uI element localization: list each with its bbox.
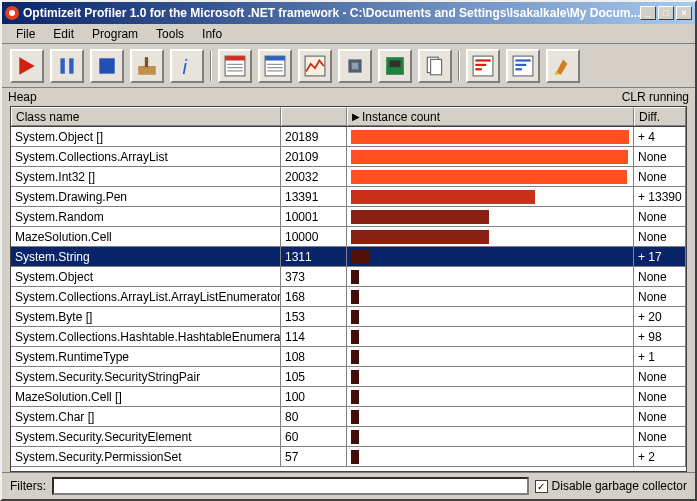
cell-class: System.Object <box>11 267 281 286</box>
bar-fill <box>351 330 359 344</box>
table-row[interactable]: System.Random10001None <box>11 207 686 227</box>
cell-bar <box>347 167 634 186</box>
filters-input[interactable] <box>52 477 529 495</box>
cell-class: System.Char [] <box>11 407 281 426</box>
table-row[interactable]: System.Security.SecurityElement60None <box>11 427 686 447</box>
cell-class: System.Drawing.Pen <box>11 187 281 206</box>
svg-text:i: i <box>183 55 188 76</box>
table-row[interactable]: System.Security.PermissionSet57+ 2 <box>11 447 686 467</box>
bar-fill <box>351 390 359 404</box>
table-row[interactable]: System.Byte []153+ 20 <box>11 307 686 327</box>
chart-button[interactable] <box>298 49 332 83</box>
cell-diff: None <box>634 387 686 406</box>
svg-rect-30 <box>515 63 526 65</box>
cell-bar <box>347 127 634 146</box>
cell-diff: None <box>634 427 686 446</box>
col-instance-count-num[interactable] <box>281 107 347 126</box>
cell-diff: + 4 <box>634 127 686 146</box>
cell-count: 13391 <box>281 187 347 206</box>
cell-count: 10000 <box>281 227 347 246</box>
svg-rect-23 <box>431 59 442 74</box>
bar-fill <box>351 370 359 384</box>
cell-bar <box>347 327 634 346</box>
cell-class: System.Collections.ArrayList.ArrayListEn… <box>11 287 281 306</box>
table-row[interactable]: System.RuntimeType108+ 1 <box>11 347 686 367</box>
table-row[interactable]: System.String1311+ 17 <box>11 247 686 267</box>
minimize-button[interactable]: _ <box>640 6 656 20</box>
stop-button[interactable] <box>90 49 124 83</box>
bars1-button[interactable] <box>466 49 500 83</box>
table-row[interactable]: System.Security.SecurityStringPair105Non… <box>11 367 686 387</box>
cell-class: System.Security.PermissionSet <box>11 447 281 466</box>
cell-bar <box>347 287 634 306</box>
cell-diff: None <box>634 287 686 306</box>
svg-marker-32 <box>556 59 567 74</box>
svg-rect-14 <box>267 63 282 64</box>
bar-fill <box>351 430 359 444</box>
info-button[interactable]: i <box>170 49 204 83</box>
cell-class: System.Object [] <box>11 127 281 146</box>
bar-fill <box>351 170 627 184</box>
docs-button[interactable] <box>418 49 452 83</box>
broom-button[interactable] <box>130 49 164 83</box>
highlight-button[interactable] <box>546 49 580 83</box>
heap-label: Heap <box>8 90 37 104</box>
bar-fill <box>351 250 369 264</box>
gc-checkbox[interactable]: ✓ Disable garbage collector <box>535 479 687 493</box>
svg-rect-17 <box>305 56 325 76</box>
menu-program[interactable]: Program <box>84 25 146 43</box>
menu-file[interactable]: File <box>8 25 43 43</box>
svg-rect-21 <box>390 60 401 67</box>
table-row[interactable]: System.Object373None <box>11 267 686 287</box>
col-class-name[interactable]: Class name <box>11 107 281 126</box>
footer: Filters: ✓ Disable garbage collector <box>2 472 695 499</box>
view1-button[interactable] <box>218 49 252 83</box>
cell-count: 10001 <box>281 207 347 226</box>
cell-diff: + 2 <box>634 447 686 466</box>
svg-rect-29 <box>515 59 530 61</box>
col-instance-count[interactable]: ▶Instance count <box>347 107 634 126</box>
window-title: Optimizeit Profiler 1.0 for the Microsof… <box>23 6 640 20</box>
cell-count: 108 <box>281 347 347 366</box>
table-row[interactable]: System.Char []80None <box>11 407 686 427</box>
table-row[interactable]: MazeSolution.Cell []100None <box>11 387 686 407</box>
cell-diff: + 20 <box>634 307 686 326</box>
cell-diff: None <box>634 267 686 286</box>
menu-info[interactable]: Info <box>194 25 230 43</box>
chip-button[interactable] <box>338 49 372 83</box>
bars2-button[interactable] <box>506 49 540 83</box>
table-row[interactable]: System.Object []20189+ 4 <box>11 127 686 147</box>
col-diff[interactable]: Diff. <box>634 107 686 126</box>
view2-button[interactable] <box>258 49 292 83</box>
pause-button[interactable] <box>50 49 84 83</box>
bar-fill <box>351 190 535 204</box>
cell-bar <box>347 427 634 446</box>
svg-rect-5 <box>145 57 148 67</box>
table-row[interactable]: System.Collections.ArrayList20109None <box>11 147 686 167</box>
svg-rect-3 <box>99 58 114 73</box>
table-row[interactable]: System.Collections.Hashtable.HashtableEn… <box>11 327 686 347</box>
board-button[interactable] <box>378 49 412 83</box>
app-window: Optimizeit Profiler 1.0 for the Microsof… <box>0 0 697 501</box>
table-row[interactable]: System.Collections.ArrayList.ArrayListEn… <box>11 287 686 307</box>
cell-bar <box>347 307 634 326</box>
maximize-button[interactable]: □ <box>658 6 674 20</box>
cell-class: System.Collections.Hashtable.HashtableEn… <box>11 327 281 346</box>
play-button[interactable] <box>10 49 44 83</box>
cell-class: MazeSolution.Cell <box>11 227 281 246</box>
table-row[interactable]: System.Drawing.Pen13391+ 13390 <box>11 187 686 207</box>
close-button[interactable]: × <box>676 6 692 20</box>
menubar: File Edit Program Tools Info <box>2 24 695 44</box>
cell-diff: + 98 <box>634 327 686 346</box>
menu-edit[interactable]: Edit <box>45 25 82 43</box>
toolbar-separator <box>458 51 460 81</box>
menu-tools[interactable]: Tools <box>148 25 192 43</box>
table-row[interactable]: MazeSolution.Cell10000None <box>11 227 686 247</box>
cell-diff: + 1 <box>634 347 686 366</box>
cell-bar <box>347 267 634 286</box>
cell-count: 57 <box>281 447 347 466</box>
table-row[interactable]: System.Int32 []20032None <box>11 167 686 187</box>
bar-fill <box>351 150 628 164</box>
cell-count: 20109 <box>281 147 347 166</box>
svg-rect-19 <box>352 62 359 69</box>
